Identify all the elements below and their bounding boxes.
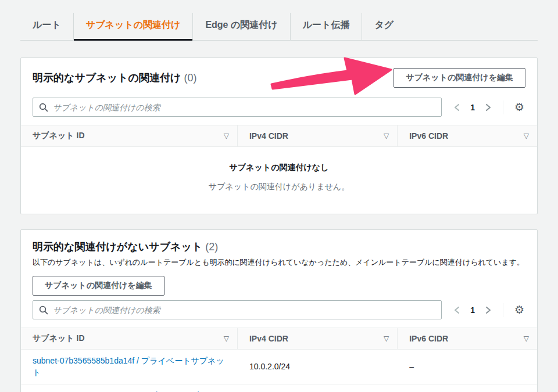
panel-description: 以下のサブネットは、いずれのルートテーブルとも明示的に関連付けられていなかったた… (21, 256, 537, 268)
column-header-ipv6-cidr[interactable]: IPv6 CIDR ▽ (398, 328, 537, 349)
previous-page-button[interactable] (452, 305, 462, 315)
panel-count: (2) (205, 241, 218, 253)
toolbar-divider (503, 303, 503, 317)
empty-state: サブネットの関連付けなし サブネットの関連付けがありません。 (21, 147, 537, 214)
ipv4-cidr-cell: 10.0.2.0/24 (238, 355, 398, 377)
settings-gear-button[interactable]: ⚙ (513, 102, 525, 113)
sort-icon[interactable]: ▽ (384, 132, 389, 140)
column-label: サブネット ID (33, 131, 85, 141)
search-icon (39, 305, 48, 315)
column-label: サブネット ID (33, 333, 85, 344)
edit-subnet-associations-button[interactable]: サブネットの関連付けを編集 (394, 68, 525, 88)
pagination: 1 ⚙ (452, 100, 525, 114)
previous-page-button[interactable] (452, 102, 462, 113)
subnet-id-cell: subnet-015dc83952f9a9b03 / パブリックサブネット (21, 384, 238, 392)
column-header-ipv4-cidr[interactable]: IPv4 CIDR ▽ (238, 125, 398, 146)
column-label: IPv6 CIDR (409, 131, 448, 141)
search-input[interactable] (53, 305, 435, 315)
sort-icon[interactable]: ▽ (224, 335, 229, 343)
chevron-left-icon (453, 103, 460, 112)
edit-subnet-associations-button[interactable]: サブネットの関連付けを編集 (33, 276, 164, 296)
chevron-right-icon (485, 306, 492, 314)
next-page-button[interactable] (484, 305, 493, 315)
table-row: subnet-07b3565585b1da14f / プライベートサブネット 1… (21, 350, 537, 384)
gear-icon: ⚙ (514, 304, 524, 316)
panel-header: 明示的な関連付けがないサブネット (2) (21, 230, 537, 256)
gear-icon: ⚙ (514, 101, 524, 113)
tab-bar: ルート サブネットの関連付け Edge の関連付け ルート伝播 タグ (20, 13, 538, 41)
current-page-number[interactable]: 1 (470, 103, 475, 112)
next-page-button[interactable] (484, 102, 493, 113)
panel-title-text: 明示的な関連付けがないサブネット (33, 241, 202, 253)
subnet-link[interactable]: subnet-07b3565585b1da14f / プライベートサブネット (33, 356, 224, 377)
column-header-subnet-id[interactable]: サブネット ID ▽ (21, 328, 238, 349)
chevron-left-icon (453, 306, 460, 314)
panel-title: 明示的な関連付けがないサブネット (2) (33, 240, 218, 254)
panel-count: (0) (184, 72, 196, 84)
panel-title-text: 明示的なサブネットの関連付け (33, 72, 181, 84)
settings-gear-button[interactable]: ⚙ (513, 304, 525, 315)
tab-routes[interactable]: ルート (20, 13, 73, 40)
panel-title: 明示的なサブネットの関連付け (0) (33, 71, 196, 85)
ipv4-cidr-cell: 10.0.1.0/24 (238, 384, 398, 392)
empty-state-message: サブネットの関連付けがありません。 (21, 182, 537, 192)
implicit-subnet-associations-panel: 明示的な関連付けがないサブネット (2) 以下のサブネットは、いずれのルートテー… (20, 229, 538, 392)
table-header-row: サブネット ID ▽ IPv4 CIDR ▽ IPv6 CIDR ▽ (21, 328, 537, 350)
table-header-row: サブネット ID ▽ IPv4 CIDR ▽ IPv6 CIDR ▽ (21, 125, 537, 147)
column-label: IPv4 CIDR (249, 334, 288, 343)
subnet-id-cell: subnet-07b3565585b1da14f / プライベートサブネット (21, 350, 238, 384)
search-box (33, 300, 442, 319)
column-label: IPv6 CIDR (409, 334, 448, 343)
table-toolbar: 1 ⚙ (21, 296, 537, 328)
table-toolbar: 1 ⚙ (21, 93, 537, 125)
column-header-ipv6-cidr[interactable]: IPv6 CIDR ▽ (398, 125, 537, 146)
column-header-ipv4-cidr[interactable]: IPv4 CIDR ▽ (238, 328, 398, 349)
pagination: 1 ⚙ (452, 303, 525, 317)
tab-route-propagation[interactable]: ルート伝播 (290, 13, 362, 40)
table-row: subnet-015dc83952f9a9b03 / パブリックサブネット 10… (21, 384, 537, 392)
search-input[interactable] (53, 103, 435, 112)
sort-icon[interactable]: ▽ (524, 335, 529, 343)
tab-tags[interactable]: タグ (362, 13, 406, 40)
ipv6-cidr-cell: – (398, 384, 537, 392)
explicit-subnet-associations-panel: 明示的なサブネットの関連付け (0) サブネットの関連付けを編集 1 (20, 57, 538, 214)
chevron-right-icon (485, 103, 492, 112)
column-header-subnet-id[interactable]: サブネット ID ▽ (21, 125, 238, 146)
search-icon (39, 103, 48, 112)
tab-edge-associations[interactable]: Edge の関連付け (192, 13, 289, 40)
panel-header: 明示的なサブネットの関連付け (0) サブネットの関連付けを編集 (21, 58, 537, 93)
sort-icon[interactable]: ▽ (524, 132, 529, 140)
tab-subnet-associations[interactable]: サブネットの関連付け (73, 13, 193, 40)
ipv6-cidr-cell: – (398, 355, 537, 377)
search-box (33, 98, 442, 117)
sort-icon[interactable]: ▽ (384, 335, 389, 343)
sort-icon[interactable]: ▽ (224, 132, 229, 140)
toolbar-divider (503, 100, 503, 114)
current-page-number[interactable]: 1 (470, 305, 475, 315)
column-label: IPv4 CIDR (249, 131, 288, 141)
button-row: サブネットの関連付けを編集 (21, 268, 537, 296)
empty-state-title: サブネットの関連付けなし (21, 163, 537, 173)
